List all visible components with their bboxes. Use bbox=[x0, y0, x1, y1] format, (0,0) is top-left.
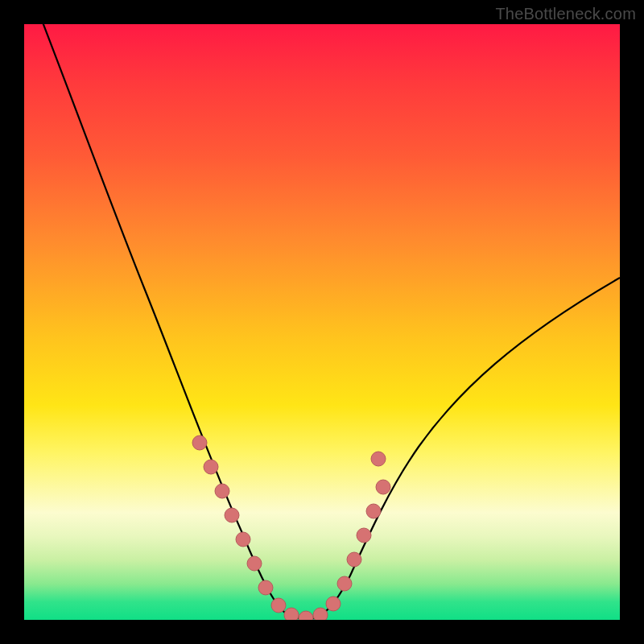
dot bbox=[376, 480, 390, 494]
dot bbox=[357, 528, 371, 543]
plot-area bbox=[24, 24, 620, 620]
dot bbox=[299, 611, 313, 620]
dot bbox=[271, 598, 286, 613]
marker-dots-group bbox=[192, 436, 390, 620]
dot bbox=[192, 436, 207, 450]
watermark-text: TheBottleneck.com bbox=[495, 5, 636, 23]
dot bbox=[313, 608, 328, 620]
bottleneck-curve bbox=[40, 24, 620, 619]
dot bbox=[215, 484, 229, 498]
dot bbox=[326, 597, 341, 611]
dot bbox=[204, 460, 218, 474]
dot bbox=[225, 508, 239, 522]
dot bbox=[371, 452, 386, 466]
chart-svg bbox=[24, 24, 620, 620]
dot bbox=[258, 580, 273, 595]
dot bbox=[247, 556, 262, 571]
dot bbox=[347, 552, 361, 567]
chart-frame: TheBottleneck.com bbox=[0, 0, 644, 644]
dot bbox=[236, 532, 250, 547]
dot bbox=[284, 608, 299, 620]
dot bbox=[366, 504, 381, 518]
dot bbox=[337, 576, 352, 591]
